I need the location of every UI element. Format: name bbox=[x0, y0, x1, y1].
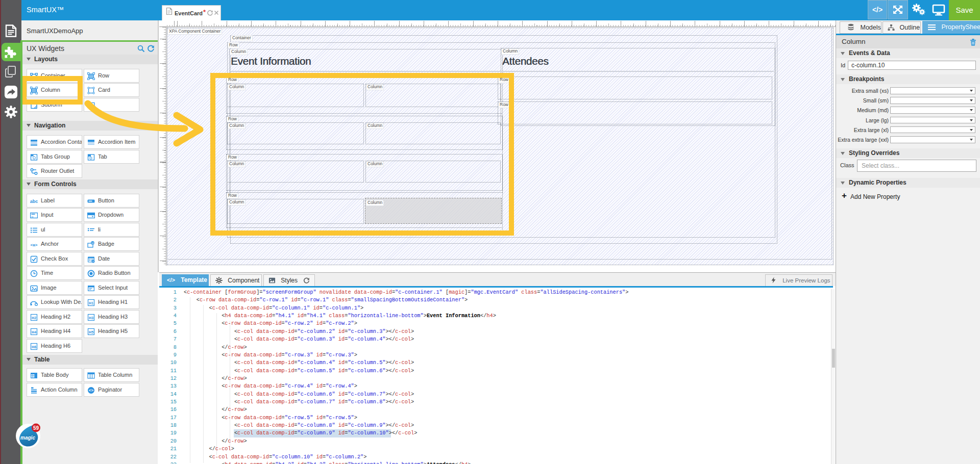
svg-text:<a>: <a> bbox=[31, 243, 38, 247]
svg-text:H1: H1 bbox=[89, 301, 93, 305]
svg-text:</>: </> bbox=[872, 6, 883, 14]
svg-text:magic: magic bbox=[20, 435, 35, 441]
svg-text:59: 59 bbox=[33, 425, 39, 431]
svg-text:<>: <> bbox=[89, 388, 94, 393]
svg-text:H3: H3 bbox=[89, 316, 93, 319]
svg-text:10: 10 bbox=[91, 242, 94, 245]
svg-text:H5: H5 bbox=[89, 330, 93, 334]
svg-text:abc: abc bbox=[30, 199, 38, 204]
svg-text:H6: H6 bbox=[32, 345, 36, 348]
svg-text:H4: H4 bbox=[32, 330, 36, 334]
svg-text:H2: H2 bbox=[32, 316, 36, 319]
